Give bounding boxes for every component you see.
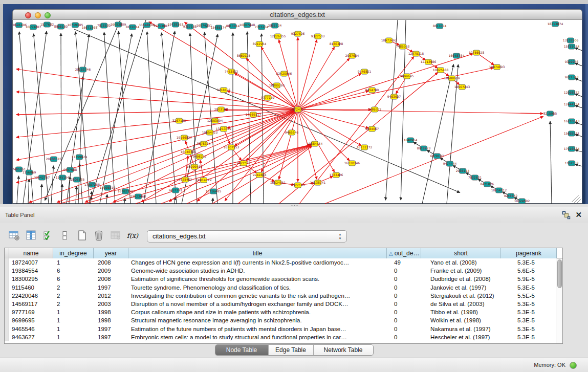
node-label: 8131014	[126, 25, 140, 29]
sort-asc-icon: △	[389, 251, 393, 256]
table-row[interactable]: 969969511998Structural magnetic resonanc…	[5, 316, 562, 324]
dropdown-stepper-icon: ▲▼	[338, 232, 342, 240]
node-label: 8186328	[330, 42, 343, 46]
table-row[interactable]: 946362711997Embryonic stem cells: a mode…	[5, 333, 562, 341]
node-label: 19166827	[177, 136, 192, 139]
node-label: 17359924	[72, 155, 88, 159]
node-label: 10756928	[469, 51, 485, 54]
network-window-titlebar[interactable]: citations_edges.txt	[12, 9, 582, 20]
table-row[interactable]: 1830029562008Estimation of significance …	[5, 275, 562, 283]
node-label: 10654112	[491, 188, 507, 192]
column-header-title[interactable]: title	[128, 248, 387, 258]
cell-pagerank: 5.3E-5	[501, 258, 557, 267]
node-label: 3267130	[172, 119, 186, 122]
cell-in_degree: 2	[53, 292, 94, 300]
function-builder-icon[interactable]: f(x)	[126, 229, 139, 242]
tab-node-table[interactable]: Node Table	[215, 345, 269, 355]
minimize-traffic-light[interactable]	[35, 12, 41, 18]
cell-in_degree: 1	[53, 333, 94, 341]
node-label: 9097588	[63, 168, 77, 171]
table-row[interactable]: 1872400712008Changes of HCN gene express…	[5, 258, 562, 267]
cell-short: Dudbridge et al. (2008)	[421, 275, 501, 283]
cell-name: 19384554	[9, 267, 53, 275]
network-window[interactable]: citations_edges.txt 74863728454749914682…	[12, 9, 582, 204]
cell-name: 18724007	[9, 258, 53, 267]
table-row[interactable]: 911546021997Tourette syndrome. Phenomeno…	[5, 283, 562, 292]
node-label: 9498222	[193, 155, 207, 158]
column-header-pagerank[interactable]: pagerank	[501, 248, 557, 258]
node-label: 9777169	[261, 96, 275, 99]
tab-network-table[interactable]: Network Table	[314, 345, 373, 355]
node-label: 9146821	[358, 70, 372, 73]
node-label: 12226055	[270, 34, 286, 38]
column-header-year[interactable]: year	[94, 248, 128, 258]
close-traffic-light[interactable]	[25, 12, 31, 18]
node-label: 7625402	[179, 178, 192, 181]
node-label: 15716485	[206, 189, 222, 193]
deselect-all-icon[interactable]	[59, 229, 71, 242]
tab-edge-table[interactable]: Edge Table	[269, 345, 314, 355]
memory-status-dot	[570, 362, 577, 369]
resize-grip-icon[interactable]	[572, 195, 581, 203]
close-panel-icon[interactable]: ✕	[575, 209, 582, 221]
node-label: 18313074	[548, 22, 563, 26]
cell-in_degree: 2	[53, 300, 94, 308]
row-gutter-header	[5, 248, 9, 258]
show-column-icon[interactable]	[25, 229, 37, 242]
cell-pagerank: 5.3E-5	[501, 316, 557, 324]
table-select-dropdown[interactable]: citations_edges.txt ▲▼	[147, 230, 347, 243]
table-row[interactable]: 977716911998Corpus callosum shape and si…	[5, 308, 562, 316]
network-desktop[interactable]: citations_edges.txt 74863728454749914682…	[3, 4, 588, 204]
cell-in_degree: 1	[53, 308, 94, 316]
table-row[interactable]: 1456911722003Disruption of a novel membe…	[5, 300, 562, 308]
node-label: 16210643	[564, 119, 580, 123]
new-file-icon[interactable]	[76, 229, 88, 242]
row-gutter	[5, 316, 9, 324]
cell-title: Structural magnetic resonance image aver…	[128, 316, 387, 324]
cell-pagerank: 5.6E-5	[501, 267, 557, 275]
table-row[interactable]: 946554611997Estimation of the future num…	[5, 325, 562, 333]
node-label: 10324502	[514, 199, 530, 203]
row-gutter	[5, 333, 9, 341]
table-scrollbar[interactable]	[556, 258, 562, 343]
table-row[interactable]: 1938455462009Genome-wide association stu…	[5, 267, 562, 275]
node-label: 10974893	[489, 65, 505, 69]
float-panel-icon[interactable]	[562, 211, 571, 220]
memory-status-label: Memory: OK	[534, 358, 565, 372]
table-tab-bar: Node TableEdge TableNetwork Table	[215, 344, 374, 356]
zoom-traffic-light[interactable]	[45, 12, 51, 18]
network-canvas[interactable]: 7486372845474991468212967604818632893275…	[12, 20, 582, 204]
column-header-in_degree[interactable]: in_degree	[53, 248, 94, 258]
node-label: 12213986	[421, 60, 437, 63]
import-table-icon[interactable]	[110, 229, 122, 242]
cell-title: Tourette syndrome. Phenomenology and cla…	[128, 283, 387, 292]
column-label: year	[105, 250, 117, 257]
cell-title: Changes of HCN gene expression and I(f) …	[128, 258, 387, 267]
cell-title: Genome-wide association studies in ADHD.	[128, 267, 387, 275]
node-label: 12923468	[130, 194, 146, 198]
node-label: 1840954	[404, 138, 418, 142]
node-label: 8215955	[543, 112, 557, 115]
node-label: 16524851	[270, 181, 286, 184]
node-label: 10807448	[239, 23, 255, 27]
column-label: in_degree	[59, 250, 86, 257]
table-row[interactable]: 2242004622012Investigating the contribut…	[5, 292, 562, 300]
column-header-out_de[interactable]: △out_de…	[387, 248, 421, 258]
node-label: 13213382	[216, 127, 232, 130]
column-header-name[interactable]: name	[9, 248, 53, 258]
cell-name: 9115460	[9, 283, 53, 292]
column-header-short[interactable]: short	[421, 248, 501, 258]
red-edges	[16, 22, 543, 204]
node-label: 9245652	[504, 194, 518, 198]
node-label: 12213987	[154, 24, 169, 28]
node-label: 7357234	[255, 25, 269, 29]
select-all-icon[interactable]	[42, 229, 54, 242]
table-settings-icon[interactable]	[8, 229, 20, 242]
scrollbar-thumb[interactable]	[557, 259, 562, 288]
cell-pagerank: 5.5E-5	[501, 292, 557, 300]
column-label: name	[23, 250, 38, 257]
node-label: 9227343	[565, 75, 579, 79]
delete-icon[interactable]	[93, 229, 105, 242]
cell-name: 9699695	[9, 316, 53, 324]
node-label: 7515530	[97, 24, 111, 27]
